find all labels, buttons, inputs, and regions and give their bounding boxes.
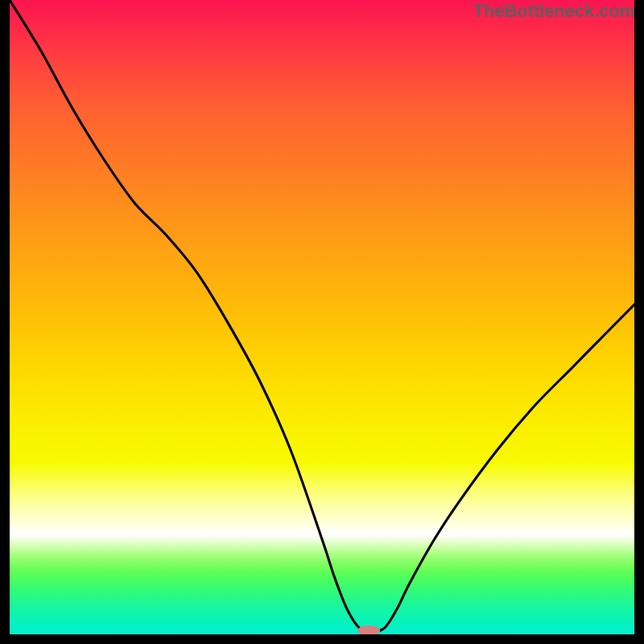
attribution-label: TheBottleneck.com — [473, 1, 635, 22]
optimum-marker — [357, 625, 380, 634]
chart-area — [10, 0, 634, 634]
chart-svg — [10, 0, 634, 634]
bottleneck-curve — [10, 0, 634, 631]
